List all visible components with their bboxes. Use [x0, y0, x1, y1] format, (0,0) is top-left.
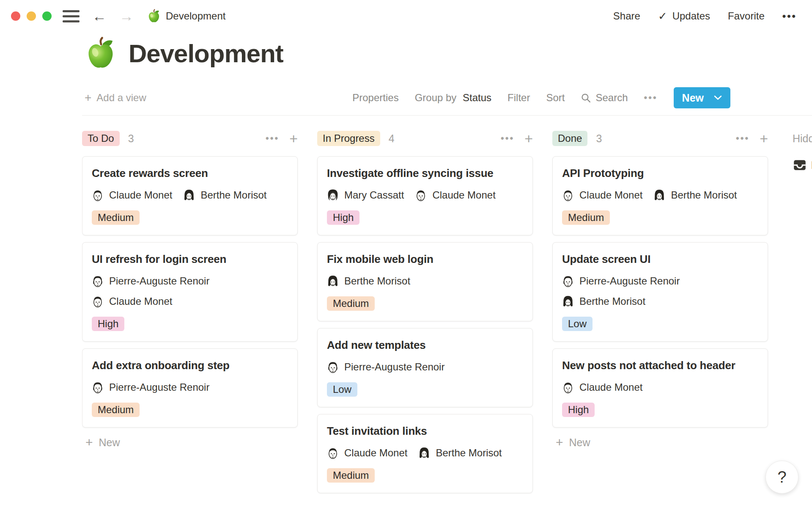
card[interactable]: UI refresh for login screen Pierre-Augus…	[82, 242, 298, 342]
share-button[interactable]: Share	[613, 10, 640, 22]
assignee-name: Pierre-Auguste Renoir	[109, 275, 209, 287]
toolbar-actions: Properties Group by Status Filter Sort S…	[352, 87, 730, 108]
card-title: API Prototyping	[562, 167, 758, 180]
favorite-button[interactable]: Favorite	[728, 10, 765, 22]
topbar-actions: Share ✓ Updates Favorite •••	[613, 10, 797, 23]
assignee-name: Berthe Morisot	[436, 447, 502, 459]
card[interactable]: Fix mobile web login Berthe Morisot Medi…	[317, 242, 533, 321]
card-title: Add extra onboarding step	[92, 359, 288, 372]
updates-button[interactable]: ✓ Updates	[658, 10, 710, 23]
search-button[interactable]: Search	[581, 92, 628, 104]
assignee: Berthe Morisot	[562, 295, 645, 308]
column-header: Done 3 ••• +	[552, 130, 768, 147]
properties-button[interactable]: Properties	[352, 92, 398, 104]
priority-badge: Medium	[92, 210, 140, 225]
assignee-name: Pierre-Auguste Renoir	[109, 381, 209, 393]
column-done: Done 3 ••• + API Prototyping Claude Mone…	[552, 130, 768, 450]
view-toolbar: + Add a view Properties Group by Status …	[82, 87, 812, 108]
assignee: Pierre-Auguste Renoir	[327, 360, 444, 374]
card[interactable]: New posts not attached to header Claude …	[552, 348, 768, 428]
column-more-icon[interactable]: •••	[736, 133, 749, 144]
status-badge[interactable]: To Do	[82, 131, 120, 146]
assignee-name: Pierre-Auguste Renoir	[344, 361, 444, 373]
card[interactable]: Update screen UI Pierre-Auguste Renoir B…	[552, 242, 768, 342]
new-item-button[interactable]: New	[674, 87, 730, 108]
more-options-icon[interactable]: •••	[782, 10, 797, 22]
green-apple-icon	[147, 9, 161, 23]
sort-button[interactable]: Sort	[546, 92, 565, 104]
card-title: Create rewards screen	[92, 167, 288, 180]
card[interactable]: API Prototyping Claude Monet Berthe Mori…	[552, 156, 768, 235]
assignee-name: Claude Monet	[579, 381, 642, 393]
page-green-apple-icon[interactable]	[85, 36, 117, 70]
hidden-columns-toggle[interactable]: Hidden columns	[793, 130, 812, 147]
back-arrow-icon[interactable]: ←	[92, 9, 107, 23]
card[interactable]: Test invitation links Claude Monet Berth…	[317, 414, 533, 493]
toolbar-more-icon[interactable]: •••	[644, 92, 657, 103]
zoom-window-button[interactable]	[42, 11, 52, 21]
plus-icon: +	[85, 91, 91, 105]
avatar-man-sketch-icon	[92, 295, 104, 308]
column-count: 4	[389, 133, 395, 145]
new-card-label: New	[569, 436, 590, 449]
assignee-name: Claude Monet	[344, 447, 407, 459]
card-assignees: Berthe Morisot	[327, 274, 523, 288]
add-view-button[interactable]: + Add a view	[85, 91, 146, 105]
avatar-man-sketch-icon	[92, 274, 104, 288]
card-title: Add new templates	[327, 339, 523, 352]
card-assignees: Pierre-Auguste Renoir	[327, 360, 523, 374]
help-button[interactable]: ?	[765, 461, 798, 494]
assignee-name: Claude Monet	[432, 189, 495, 201]
card-title: New posts not attached to header	[562, 359, 758, 372]
assignee-name: Berthe Morisot	[200, 189, 266, 201]
assignee: Berthe Morisot	[418, 446, 502, 460]
assignee-name: Claude Monet	[109, 295, 172, 307]
priority-badge: Medium	[92, 403, 140, 417]
card-title: Fix mobile web login	[327, 253, 523, 266]
assignee-name: Berthe Morisot	[579, 295, 645, 307]
priority-badge: High	[92, 317, 124, 331]
card[interactable]: Add new templates Pierre-Auguste Renoir …	[317, 328, 533, 407]
assignee: Mary Cassatt	[327, 188, 404, 202]
breadcrumb[interactable]: Development	[147, 9, 225, 23]
column-header: In Progress 4 ••• +	[317, 130, 533, 147]
assignee: Pierre-Auguste Renoir	[92, 274, 209, 288]
new-card-button[interactable]: + New	[552, 435, 768, 450]
hidden-group-no-status[interactable]: No Status	[793, 158, 812, 172]
assignee: Claude Monet	[562, 381, 642, 394]
column-more-icon[interactable]: •••	[266, 133, 279, 144]
card-assignees: Pierre-Auguste Renoir	[92, 381, 288, 394]
status-badge[interactable]: In Progress	[317, 131, 380, 146]
new-card-button[interactable]: + New	[82, 435, 298, 450]
card-title: Update screen UI	[562, 253, 758, 266]
column-add-icon[interactable]: +	[289, 131, 298, 146]
group-by-button[interactable]: Group by Status	[415, 92, 491, 104]
page-title[interactable]: Development	[129, 39, 283, 68]
assignee: Pierre-Auguste Renoir	[562, 274, 680, 288]
kanban-board: To Do 3 ••• + Create rewards screen Clau…	[82, 130, 812, 494]
card[interactable]: Investigate offline syncing issue Mary C…	[317, 156, 533, 235]
new-card-label: New	[99, 436, 120, 449]
card[interactable]: Add extra onboarding step Pierre-Auguste…	[82, 348, 298, 428]
card-assignees: Claude Monet Berthe Morisot	[92, 188, 288, 202]
priority-badge: Medium	[327, 296, 375, 311]
forward-arrow-icon[interactable]: →	[119, 9, 134, 23]
filter-button[interactable]: Filter	[508, 92, 530, 104]
avatar-man-sketch-icon	[92, 188, 104, 202]
group-by-label: Group by	[415, 92, 457, 103]
column-more-icon[interactable]: •••	[501, 133, 514, 144]
sidebar-menu-icon[interactable]	[63, 10, 80, 22]
close-window-button[interactable]	[11, 11, 20, 21]
avatar-man-sketch-icon	[327, 446, 339, 460]
avatar-man-sketch-icon	[415, 188, 427, 202]
column-add-icon[interactable]: +	[524, 131, 533, 146]
priority-badge: High	[562, 403, 595, 417]
column-add-icon[interactable]: +	[760, 131, 768, 146]
minimize-window-button[interactable]	[27, 11, 36, 21]
plus-icon: +	[556, 435, 563, 450]
add-view-label: Add a view	[96, 92, 146, 104]
assignee: Claude Monet	[92, 188, 172, 202]
card[interactable]: Create rewards screen Claude Monet Berth…	[82, 156, 298, 235]
card-assignees: Claude Monet Berthe Morisot	[562, 188, 758, 202]
status-badge[interactable]: Done	[552, 131, 587, 146]
